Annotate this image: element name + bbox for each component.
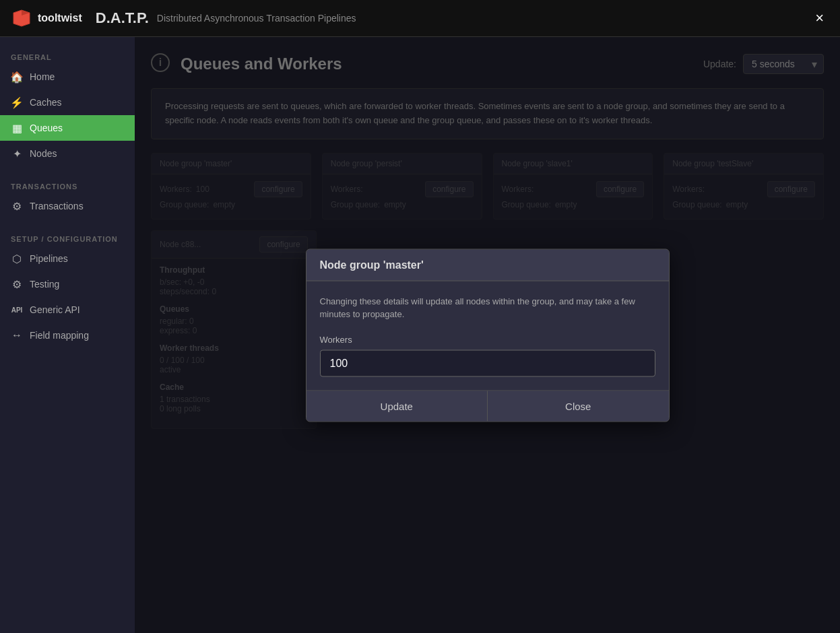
sidebar-item-queues[interactable]: ▦ Queues — [0, 115, 135, 141]
sidebar-setup-label: SETUP / CONFIGURATION — [0, 230, 135, 246]
logo-text: tooltwist — [38, 12, 82, 24]
modal-field-label: Workers — [320, 334, 655, 344]
home-icon: 🏠 — [11, 71, 23, 83]
sidebar-item-label-nodes: Nodes — [30, 148, 57, 159]
app-title: D.A.T.P. — [96, 9, 149, 27]
nodes-icon: ✦ — [11, 147, 23, 160]
sidebar-item-label-generic-api: Generic API — [30, 304, 80, 315]
modal-update-button[interactable]: Update — [306, 391, 488, 421]
queues-icon: ▦ — [11, 122, 23, 134]
sidebar-item-home[interactable]: 🏠 Home — [0, 64, 135, 90]
modal-close-button[interactable]: Close — [488, 391, 669, 421]
modal-body: Changing these details will update all n… — [306, 281, 669, 390]
sidebar-item-nodes[interactable]: ✦ Nodes — [0, 141, 135, 166]
sidebar-transactions-label: TRANSACTIONS — [0, 177, 135, 193]
sidebar-item-testing[interactable]: ⚙ Testing — [0, 271, 135, 297]
sidebar-general-label: GENERAL — [0, 48, 135, 64]
modal-header: Node group 'master' — [306, 249, 669, 281]
sidebar-item-label-queues: Queues — [30, 123, 63, 133]
main-content: i Queues and Workers Update: 5 seconds 1… — [135, 37, 840, 633]
caches-icon: ⚡ — [11, 96, 23, 108]
logo: tooltwist — [11, 7, 82, 29]
sidebar-item-caches[interactable]: ⚡ Caches — [0, 90, 135, 115]
api-icon: API — [11, 304, 23, 316]
field-mapping-icon: ↔ — [11, 329, 23, 341]
topbar: tooltwist D.A.T.P. Distributed Asynchron… — [0, 0, 840, 37]
modal-description: Changing these details will update all n… — [320, 294, 655, 321]
sidebar-item-pipelines[interactable]: ⬡ Pipelines — [0, 246, 135, 271]
app-subtitle: Distributed Asynchronous Transaction Pip… — [157, 13, 356, 24]
sidebar-item-label-pipelines: Pipelines — [30, 253, 68, 264]
sidebar-item-generic-api[interactable]: API Generic API — [0, 297, 135, 323]
workers-input[interactable] — [320, 349, 655, 376]
sidebar-item-label-field-mapping: Field mapping — [30, 330, 89, 341]
sidebar: GENERAL 🏠 Home ⚡ Caches ▦ Queues ✦ Nodes… — [0, 37, 135, 633]
layout: GENERAL 🏠 Home ⚡ Caches ▦ Queues ✦ Nodes… — [0, 37, 840, 633]
sidebar-item-transactions[interactable]: ⚙ Transactions — [0, 193, 135, 219]
testing-icon: ⚙ — [11, 278, 23, 290]
logo-icon — [11, 7, 32, 29]
sidebar-item-label-testing: Testing — [30, 279, 59, 290]
sidebar-item-label-home: Home — [30, 71, 55, 82]
sidebar-item-field-mapping[interactable]: ↔ Field mapping — [0, 323, 135, 348]
sidebar-item-label-transactions: Transactions — [30, 201, 84, 211]
modal: Node group 'master' Changing these detai… — [306, 248, 670, 422]
sidebar-item-label-caches: Caches — [30, 97, 61, 108]
close-button[interactable]: × — [810, 7, 829, 30]
modal-footer: Update Close — [306, 390, 669, 421]
transactions-icon: ⚙ — [11, 200, 23, 212]
pipelines-icon: ⬡ — [11, 253, 23, 265]
